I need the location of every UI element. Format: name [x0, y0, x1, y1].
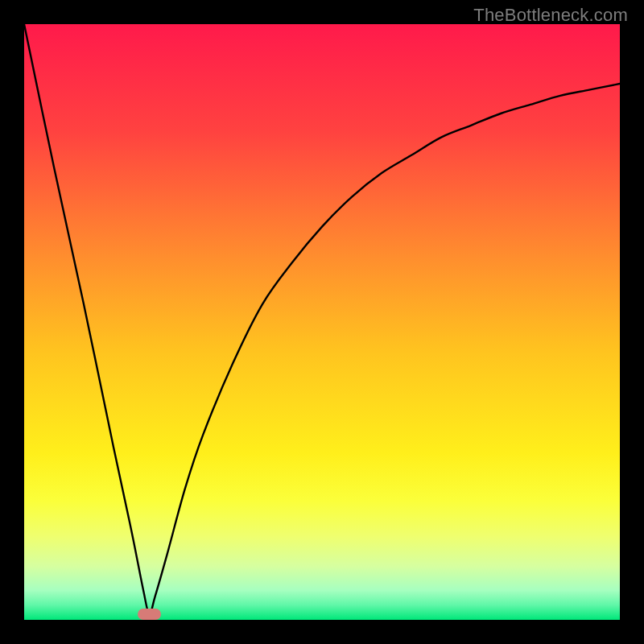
optimal-marker [138, 609, 162, 620]
plot-area [24, 24, 620, 620]
bottleneck-curve [24, 24, 620, 620]
watermark-text: TheBottleneck.com [473, 5, 628, 26]
chart-frame: TheBottleneck.com [0, 0, 644, 644]
